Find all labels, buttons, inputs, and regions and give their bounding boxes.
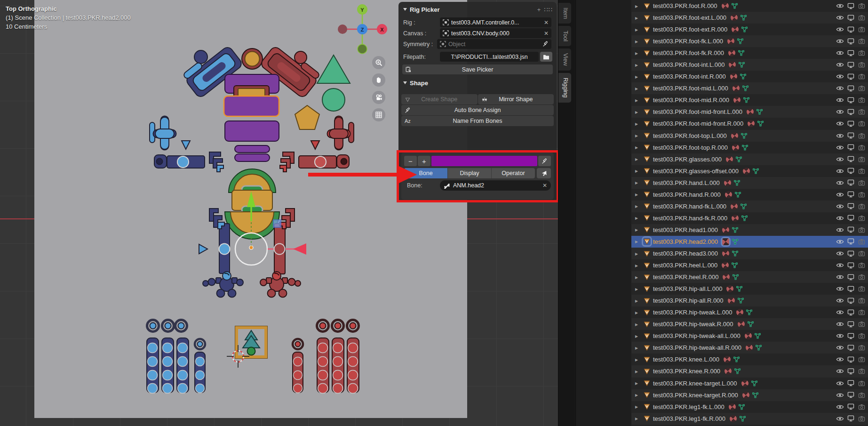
disable-render-toggle[interactable]: [857, 26, 866, 32]
hide-viewport-toggle[interactable]: [836, 156, 844, 162]
expand-chevron-icon[interactable]: ▸: [635, 132, 641, 139]
outliner-row[interactable]: ▸ test003.PKR.leg1-fk.R.000: [631, 413, 868, 425]
hide-viewport-toggle[interactable]: [836, 168, 844, 174]
disable-viewports-toggle[interactable]: [846, 403, 855, 410]
disable-render-toggle[interactable]: [857, 156, 866, 162]
picker-shape-fingers-right[interactable]: [293, 320, 359, 394]
filepath-field[interactable]: T:\PRODUCTI...ta\test003.jsn: [440, 52, 539, 62]
disable-viewports-toggle[interactable]: [846, 179, 855, 186]
disable-render-toggle[interactable]: [857, 345, 866, 351]
disable-render-toggle[interactable]: [857, 356, 866, 362]
picker-shape-clavicle-left[interactable]: [154, 152, 223, 172]
outliner-row[interactable]: ▸ test003.PKR.foot-ext.L.000: [631, 12, 868, 24]
picker-shape-torso[interactable]: [224, 74, 279, 161]
expand-chevron-icon[interactable]: ▸: [635, 345, 641, 351]
expand-chevron-icon[interactable]: ▸: [635, 168, 641, 174]
outliner-row[interactable]: ▸ test003.PKR.hand-fk.L.000: [631, 201, 868, 212]
hide-viewport-toggle[interactable]: [836, 416, 844, 422]
hide-viewport-toggle[interactable]: [836, 15, 844, 21]
outliner-row[interactable]: ▸ test003.PKR.heel.R.000: [631, 271, 868, 283]
disable-viewports-toggle[interactable]: [846, 333, 855, 339]
outliner-row[interactable]: ▸ test003.PKR.knee.R.000: [631, 365, 868, 377]
hide-viewport-toggle[interactable]: [836, 297, 844, 304]
outliner-row[interactable]: ▸ test003.PKR.hand.L.000: [631, 177, 868, 189]
disable-render-toggle[interactable]: [857, 274, 866, 280]
disable-render-toggle[interactable]: [857, 97, 866, 103]
outliner-row[interactable]: ▸ test003.PKR.hip-tweak.R.000: [631, 318, 868, 330]
expand-chevron-icon[interactable]: ▸: [635, 238, 641, 245]
expand-chevron-icon[interactable]: ▸: [635, 403, 641, 410]
outliner-row[interactable]: ▸ test003.PKR.head3.000: [631, 248, 868, 259]
camera-view-button[interactable]: [372, 91, 385, 104]
disable-render-toggle[interactable]: [857, 3, 866, 9]
hide-viewport-toggle[interactable]: [836, 109, 844, 115]
browse-filepath-button[interactable]: [540, 52, 552, 62]
hide-viewport-toggle[interactable]: [836, 133, 844, 139]
disable-viewports-toggle[interactable]: [846, 321, 855, 328]
disable-render-toggle[interactable]: [857, 38, 866, 44]
disable-viewports-toggle[interactable]: [846, 415, 855, 422]
expand-chevron-icon[interactable]: ▸: [635, 26, 641, 33]
expand-chevron-icon[interactable]: ▸: [635, 50, 641, 56]
disable-viewports-toggle[interactable]: [846, 38, 855, 45]
hide-viewport-toggle[interactable]: [836, 286, 844, 292]
outliner-row[interactable]: ▸ test003.PKR.foot-fk.R.000: [631, 47, 868, 59]
disable-viewports-toggle[interactable]: [846, 168, 855, 174]
hide-viewport-toggle[interactable]: [836, 215, 844, 221]
expand-chevron-icon[interactable]: ▸: [635, 309, 641, 316]
sidebar-tab-rigging[interactable]: Rigging: [558, 73, 571, 102]
hide-viewport-toggle[interactable]: [836, 121, 844, 127]
hide-viewport-toggle[interactable]: [836, 145, 844, 151]
hide-viewport-toggle[interactable]: [836, 62, 844, 68]
disable-render-toggle[interactable]: [857, 286, 866, 292]
hide-viewport-toggle[interactable]: [836, 227, 844, 233]
disable-viewports-toggle[interactable]: [846, 85, 855, 92]
shape-section-header[interactable]: Shape: [403, 79, 553, 87]
disable-render-toggle[interactable]: [857, 109, 866, 115]
disable-viewports-toggle[interactable]: [846, 73, 855, 80]
disable-render-toggle[interactable]: [857, 168, 866, 174]
expand-chevron-icon[interactable]: ▸: [635, 333, 641, 339]
hide-viewport-toggle[interactable]: [836, 85, 844, 91]
expand-chevron-icon[interactable]: ▸: [635, 3, 641, 9]
disable-render-toggle[interactable]: [857, 133, 866, 139]
outliner-row[interactable]: ▸ test003.PKR.head1.000: [631, 224, 868, 236]
disable-render-toggle[interactable]: [857, 121, 866, 127]
disable-render-toggle[interactable]: [857, 203, 866, 209]
canvas-field[interactable]: test003.CNV.body.000 ✕: [440, 28, 551, 38]
disable-render-toggle[interactable]: [857, 250, 866, 257]
outliner-row[interactable]: ▸ test003.PKR.foot-top.R.000: [631, 142, 868, 153]
expand-chevron-icon[interactable]: ▸: [635, 97, 641, 104]
expand-chevron-icon[interactable]: ▸: [635, 73, 641, 80]
expand-chevron-icon[interactable]: ▸: [635, 191, 641, 198]
outliner-row[interactable]: ▸ test003.PKR.foot-mid.L.000: [631, 82, 868, 94]
picker-shape-cross-right[interactable]: [327, 116, 354, 150]
mirror-shape-button[interactable]: Mirror Shape: [478, 94, 554, 104]
outliner-row[interactable]: ▸ test003.PKR.hand-fk.R.000: [631, 212, 868, 224]
grid-toggle-button[interactable]: [372, 108, 385, 121]
expand-chevron-icon[interactable]: ▸: [635, 179, 641, 186]
outliner-row[interactable]: ▸ test003.PKR.foot.R.000: [631, 0, 868, 12]
disable-render-toggle[interactable]: [857, 380, 866, 386]
outliner-row[interactable]: ▸ test003.PKR.foot-int.R.000: [631, 71, 868, 82]
outliner-row[interactable]: ▸ test003.PKR.foot-mid-front.L.000: [631, 106, 868, 118]
create-shape-button[interactable]: Create Shape: [401, 94, 478, 104]
disable-render-toggle[interactable]: [857, 297, 866, 304]
disable-render-toggle[interactable]: [857, 309, 866, 315]
expand-chevron-icon[interactable]: ▸: [635, 368, 641, 375]
disable-viewports-toggle[interactable]: [846, 144, 855, 151]
outliner-row[interactable]: ▸ test003.PKR.foot-mid-front.R.000: [631, 118, 868, 129]
outliner-row[interactable]: ▸ test003.PKR.glasses.000: [631, 153, 868, 165]
hide-viewport-toggle[interactable]: [836, 262, 844, 268]
disable-render-toggle[interactable]: [857, 215, 866, 221]
disable-viewports-toggle[interactable]: [846, 380, 855, 386]
hide-viewport-toggle[interactable]: [836, 368, 844, 374]
hide-viewport-toggle[interactable]: [836, 203, 844, 209]
hide-viewport-toggle[interactable]: [836, 333, 844, 339]
disable-viewports-toggle[interactable]: [846, 121, 855, 127]
disable-viewports-toggle[interactable]: [846, 250, 855, 257]
disable-render-toggle[interactable]: [857, 321, 866, 327]
disable-viewports-toggle[interactable]: [846, 191, 855, 198]
picker-shape-cross-left[interactable]: [150, 116, 176, 150]
expand-chevron-icon[interactable]: ▸: [635, 380, 641, 386]
